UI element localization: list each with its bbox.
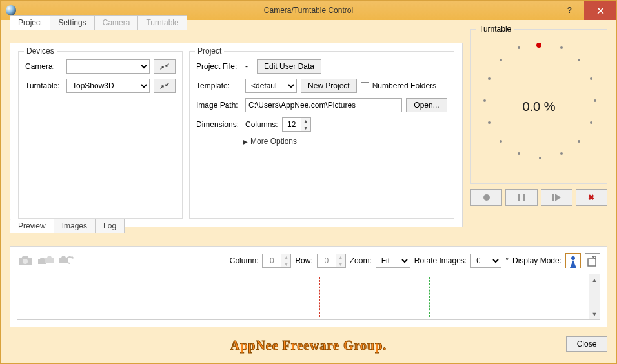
project-file-value: - <box>245 62 253 71</box>
devices-group: Devices Camera: T <box>18 51 183 219</box>
more-options-label: More Options <box>250 137 297 146</box>
svg-rect-3 <box>552 194 554 201</box>
camera-connect-button[interactable] <box>154 59 176 74</box>
camera-icon[interactable] <box>17 254 32 267</box>
camera-multi-icon[interactable] <box>37 254 53 267</box>
tab-turntable[interactable]: Turntable <box>137 15 187 30</box>
expand-icon: ▶ <box>243 138 248 145</box>
project-legend: Project <box>195 46 224 56</box>
tab-settings[interactable]: Settings <box>50 15 94 30</box>
rotate-select[interactable]: 0 <box>470 254 501 268</box>
turntable-label: Turntable: <box>25 81 63 90</box>
columns-value[interactable] <box>283 118 301 131</box>
connect-icon <box>159 82 170 90</box>
turntable-dial-group: Turntable 0.0 % <box>470 29 607 184</box>
degree-symbol: ° <box>505 256 509 265</box>
image-path-input[interactable] <box>245 98 402 112</box>
help-button[interactable]: ? <box>555 1 584 20</box>
preview-tabstrip: Preview Images Log <box>10 219 124 233</box>
turntable-percent: 0.0 % <box>522 99 555 114</box>
vertical-scrollbar[interactable]: ▲ ▼ <box>589 274 600 319</box>
columns-label: Columns: <box>245 120 278 129</box>
step-button[interactable] <box>541 189 572 206</box>
stop-button[interactable]: ✖ <box>576 189 607 206</box>
numbered-folders-checkbox[interactable]: Numbered Folders <box>361 81 436 90</box>
zoom-label: Zoom: <box>350 256 372 265</box>
tab-camera[interactable]: Camera <box>94 15 139 30</box>
main-tabstrip: Project Settings Camera Turntable <box>10 15 187 30</box>
close-button[interactable]: Close <box>566 336 607 352</box>
svg-point-0 <box>483 194 490 201</box>
tab-preview[interactable]: Preview <box>10 219 54 233</box>
marker-green-left <box>210 277 210 317</box>
project-group: Project Project File: - Edit User Data T… <box>189 51 454 219</box>
stop-icon: ✖ <box>588 193 594 202</box>
record-icon <box>483 194 491 201</box>
devices-legend: Devices <box>24 46 57 56</box>
spinner-down-icon[interactable]: ▼ <box>301 125 310 132</box>
marker-red <box>319 277 320 317</box>
column-spinner[interactable]: ▲▼ <box>262 254 291 268</box>
dimensions-label: Dimensions: <box>196 120 241 129</box>
scroll-down-icon[interactable]: ▼ <box>589 308 600 319</box>
camera-select[interactable] <box>66 59 150 74</box>
connect-icon <box>159 63 170 70</box>
svg-rect-6 <box>588 259 596 266</box>
camera-label: Camera: <box>25 62 63 71</box>
dial-position-marker <box>536 43 541 48</box>
display-mode-label: Display Mode: <box>512 256 561 265</box>
preview-canvas: ▲ ▼ <box>17 274 600 320</box>
turntable-panel-legend: Turntable <box>476 25 514 34</box>
step-forward-icon <box>552 194 561 201</box>
open-button[interactable]: Open... <box>406 98 447 112</box>
turntable-connect-button[interactable] <box>154 79 176 93</box>
watermark-text: AppNee Freeware Group. <box>10 338 607 353</box>
pause-button[interactable] <box>505 189 537 206</box>
display-mode-person-icon[interactable] <box>565 253 581 268</box>
template-select[interactable]: <default> <box>245 79 297 93</box>
scroll-up-icon[interactable]: ▲ <box>589 274 600 285</box>
svg-point-4 <box>23 259 28 264</box>
edit-user-data-button[interactable]: Edit User Data <box>257 59 321 74</box>
more-options-toggle[interactable]: ▶ More Options <box>243 137 447 146</box>
svg-rect-1 <box>518 194 520 201</box>
svg-point-5 <box>571 256 575 260</box>
app-icon <box>6 5 16 15</box>
tab-project[interactable]: Project <box>10 15 50 30</box>
column-label: Column: <box>230 256 259 265</box>
project-file-label: Project File: <box>196 62 241 71</box>
record-button[interactable] <box>470 189 502 206</box>
row-spinner[interactable]: ▲▼ <box>317 254 346 268</box>
camera-rotate-icon[interactable] <box>58 254 74 267</box>
display-mode-export-icon[interactable] <box>585 253 600 268</box>
pause-icon <box>518 194 525 201</box>
image-path-label: Image Path: <box>196 101 241 110</box>
rotate-label: Rotate Images: <box>414 256 467 265</box>
numbered-folders-label: Numbered Folders <box>372 81 436 90</box>
new-project-button[interactable]: New Project <box>301 79 357 93</box>
marker-green-right <box>429 277 430 317</box>
columns-spinner[interactable]: ▲▼ <box>282 117 311 132</box>
tab-images[interactable]: Images <box>54 219 96 233</box>
tab-log[interactable]: Log <box>95 219 125 233</box>
zoom-select[interactable]: Fit <box>376 254 410 268</box>
close-icon <box>597 7 604 14</box>
window-close-button[interactable] <box>584 1 616 20</box>
window-title: Camera/Turntable Control <box>1 6 616 15</box>
spinner-up-icon[interactable]: ▲ <box>301 118 310 125</box>
row-label: Row: <box>295 256 312 265</box>
svg-rect-2 <box>523 194 525 201</box>
turntable-select[interactable]: TopShow3D <box>66 79 150 93</box>
template-label: Template: <box>196 81 241 90</box>
